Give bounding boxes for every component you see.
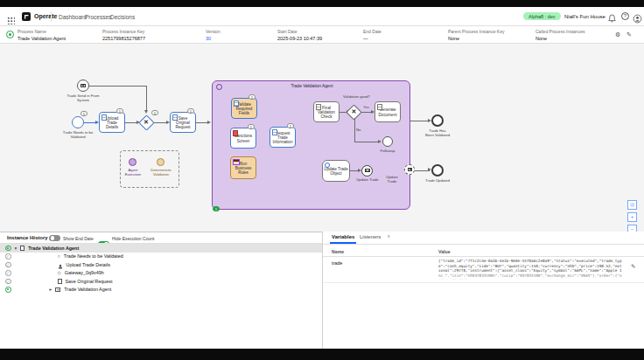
sequence-flow-arrow (207, 121, 211, 124)
meta-version: Version 30 (206, 29, 220, 41)
chevron-down-icon[interactable]: ▾ (15, 246, 18, 251)
diagram-reset-view-button[interactable]: ◎ (627, 200, 637, 210)
settings-gear-icon[interactable]: ⚙ (615, 31, 620, 38)
task-upload-trade-details[interactable]: Upload Trade Details (99, 112, 125, 133)
message-start-label: Trade Send in From System (66, 93, 101, 102)
edit-variable-icon[interactable]: ✎ (631, 263, 635, 270)
task-final-validation-check[interactable]: Final Validation Check (313, 101, 340, 122)
history-row-label: Trade Validation Agent (28, 246, 79, 251)
tab-listeners[interactable]: Listeners (358, 234, 382, 242)
notifications-bell-icon[interactable] (607, 11, 617, 27)
history-row-subprocess[interactable]: ▸ Trade Validation Agent (0, 286, 322, 294)
meta-value: 2025-09-23 10:47:39 (277, 36, 322, 41)
task-validate-required-fields[interactable]: Validate Required Fields (231, 98, 257, 119)
script-task-icon (272, 129, 277, 135)
task-update-trade-object[interactable]: Update Trade Object (322, 160, 350, 182)
script-task-icon (58, 279, 62, 284)
gateway-x-marker: ✕ (144, 119, 149, 126)
start-event-label: Trade Needs to be Validated (60, 130, 95, 139)
task-request-trade-information[interactable]: Request Trade Information (270, 127, 296, 148)
help-icon[interactable] (621, 12, 629, 20)
modify-instance-icon[interactable]: ✎ (626, 31, 632, 38)
start-event[interactable] (72, 116, 84, 128)
sequence-flow (196, 122, 208, 123)
sequence-flow-executed (84, 122, 96, 123)
subprocess-title: Trade Validation Agent (213, 84, 411, 88)
chevron-right-icon[interactable]: ▸ (50, 287, 52, 292)
history-row-gateway[interactable]: ◇ Gateway_0q9x49h (0, 269, 322, 278)
meta-label: Parent Process Instance Key (448, 29, 504, 34)
grid-dots-icon (7, 17, 15, 24)
variable-name: trade (332, 260, 342, 266)
execution-count-badge: 1 (187, 108, 194, 114)
divider (323, 244, 644, 245)
tab-processes[interactable]: Processes (85, 14, 111, 20)
tab-dashboard[interactable]: Dashboard (59, 14, 87, 20)
bottom-letterbox-bar (0, 349, 644, 360)
script-task-icon (234, 100, 239, 107)
show-end-date-toggle[interactable] (49, 235, 60, 241)
meta-value: — (363, 36, 382, 41)
operate-logo (22, 12, 31, 21)
task-sanctions-screen[interactable]: Sanctions Screen (230, 128, 256, 149)
boundary-message-event[interactable] (404, 164, 415, 175)
boundary-event-label: Update Trade (382, 175, 402, 183)
instance-history-panel: Instance History Show End Date Hide Exec… (0, 232, 322, 349)
history-row-save-original-request[interactable]: Save Original Request (0, 277, 322, 286)
tab-decisions[interactable]: Decisions (110, 14, 135, 20)
history-row-upload-trade-details[interactable]: Upload Trade Details (0, 260, 322, 269)
sequence-flow (125, 122, 137, 123)
value-fade-overlay (438, 273, 624, 280)
task-run-business-rules[interactable]: Run Business Rules (230, 156, 256, 179)
meta-start-date: Start Date 2025-09-23 10:47:39 (277, 29, 322, 41)
meta-value: 2251799815276877 (102, 36, 145, 41)
instance-metadata-bar: Process Name Trade Validation Agent Proc… (0, 26, 644, 44)
gateway-question-label: Validation good? (343, 94, 370, 99)
history-row-start-event[interactable]: ○ Trade Needs to be Validated (0, 253, 322, 261)
top-letterbox-bar (0, 0, 644, 7)
meta-label: Process Instance Key (102, 29, 145, 34)
divider (323, 256, 644, 257)
followup-event[interactable] (382, 136, 393, 147)
message-throw-event-update-trade[interactable] (361, 165, 373, 177)
active-state-icon (5, 246, 11, 252)
completed-check-icon (5, 262, 11, 268)
version-link[interactable]: 30 (206, 36, 220, 41)
organization-name[interactable]: Niall's Fun House (564, 14, 606, 19)
completed-check-icon (5, 279, 11, 285)
process-icon (20, 246, 24, 251)
sanctions-task-icon (233, 130, 238, 136)
end-event-trade-validated[interactable] (431, 114, 444, 127)
task-save-original-request[interactable]: Save Original Request (170, 112, 196, 133)
divider (323, 282, 644, 283)
sequence-flow (153, 122, 167, 123)
active-token-count-badge: 1 (213, 206, 220, 211)
bpmn-diagram-canvas[interactable]: Trade Send in From System 1 Trade Needs … (0, 44, 644, 232)
history-row-process-root[interactable]: ▾ Trade Validation Agent (0, 244, 322, 253)
app-title[interactable]: Operate (34, 13, 57, 19)
meta-value: None (448, 36, 504, 41)
history-row-label: Save Original Request (66, 279, 113, 284)
environment-badge[interactable]: Alpha8 : dev (523, 12, 561, 20)
sequence-flow (354, 118, 355, 142)
diagram-legend: Agent Execution Deterministic Validation (120, 150, 179, 188)
column-header-value: Value (438, 249, 451, 254)
task-label: Update Trade Object (324, 167, 348, 177)
tab-variables[interactable]: Variables (330, 234, 356, 244)
variables-panel: Variables Listeners › Name Value trade {… (322, 232, 644, 349)
sequence-flow-arrow (378, 140, 382, 143)
meta-process-name: Process Name Trade Validation Agent (18, 29, 66, 41)
business-rule-task-icon (233, 159, 240, 165)
agent-execution-legend-icon (129, 158, 136, 166)
meta-label: Called Process Instances (536, 29, 584, 34)
filled-envelope-icon (365, 169, 370, 172)
end-event-label: Trade Has Been Validated (424, 128, 451, 137)
history-row-label: Upload Trade Details (66, 262, 110, 267)
tabs-overflow-chevron-icon[interactable]: › (388, 233, 389, 239)
diagram-zoom-in-button[interactable]: + (627, 212, 637, 222)
meta-parent-process-instance-key: Parent Process Instance Key None (448, 29, 504, 41)
user-profile-icon[interactable] (633, 11, 642, 27)
end-event-trade-updated[interactable] (431, 164, 444, 177)
task-generate-document[interactable]: Generate Document (374, 101, 401, 122)
message-start-event[interactable] (77, 80, 89, 92)
